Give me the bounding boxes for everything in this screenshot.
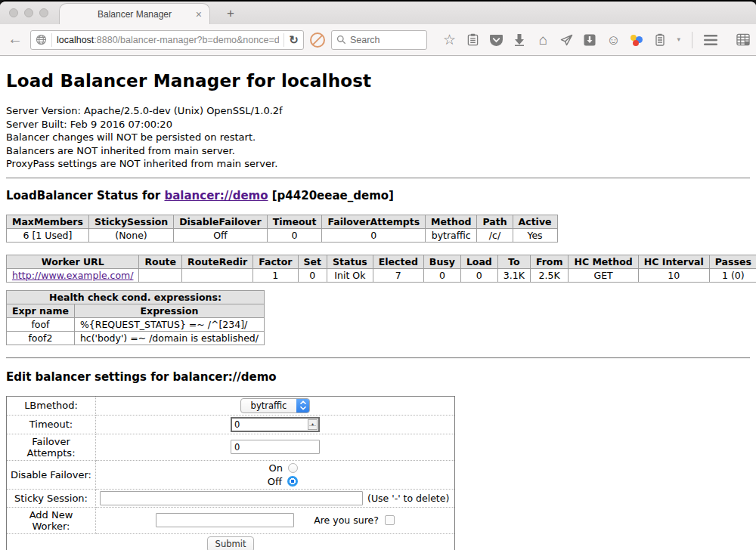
new-tab-button[interactable]: + bbox=[221, 5, 240, 23]
col-timeout: Timeout bbox=[267, 215, 322, 228]
radio-on-label: On bbox=[269, 462, 283, 474]
col-factor: Factor bbox=[253, 255, 298, 268]
send-icon[interactable] bbox=[559, 33, 573, 47]
loadbalancer-status-heading: LoadBalancer Status for balancer://demo … bbox=[6, 189, 750, 202]
tab-title: Balancer Manager bbox=[98, 9, 172, 20]
back-icon[interactable]: ← bbox=[6, 30, 24, 49]
close-window-button[interactable] bbox=[9, 8, 18, 17]
browser-window: Balancer Manager × + ← localhost:8880/ba… bbox=[0, 0, 756, 550]
timeout-label: Timeout: bbox=[7, 415, 96, 434]
balancer-demo-link[interactable]: balancer://demo bbox=[164, 189, 268, 202]
cell-expr-name: foof2 bbox=[7, 331, 75, 345]
search-placeholder: Search bbox=[350, 35, 380, 45]
disable-failover-radio-group: On Off bbox=[253, 462, 298, 487]
server-version-line: Server Version: Apache/2.5.0-dev (Unix) … bbox=[6, 104, 750, 118]
minimize-window-button[interactable] bbox=[24, 8, 33, 17]
sticky-session-note: (Use '-' to delete) bbox=[367, 493, 449, 504]
zoom-window-button[interactable] bbox=[39, 8, 48, 17]
status-suffix: [p4420eeae_demo] bbox=[268, 189, 394, 202]
col-load: Load bbox=[460, 255, 497, 268]
submit-row: Submit bbox=[7, 533, 455, 550]
status-prefix: LoadBalancer Status for bbox=[6, 189, 164, 202]
page-title: Load Balancer Manager for localhost bbox=[6, 56, 750, 91]
table-row: http://www.example.com/ 1 0 Init Ok 7 0 … bbox=[7, 268, 756, 282]
grid-panel-icon[interactable] bbox=[736, 33, 750, 47]
are-you-sure-label: Are you sure? bbox=[314, 514, 379, 526]
clipboard-icon[interactable] bbox=[466, 33, 479, 47]
cell-factor: 1 bbox=[253, 268, 298, 282]
cell-method: bytraffic bbox=[426, 228, 477, 242]
col-to: To bbox=[497, 255, 530, 268]
content-blocked-icon[interactable] bbox=[310, 32, 325, 48]
cell-route bbox=[139, 268, 182, 282]
worker-url-link[interactable]: http://www.example.com/ bbox=[12, 270, 133, 281]
radio-off[interactable] bbox=[287, 476, 298, 487]
cell-active: Yes bbox=[513, 228, 557, 242]
urlbar-divider bbox=[284, 33, 284, 47]
table-title-row: Health check cond. expressions: bbox=[7, 290, 265, 304]
tab-close-icon[interactable]: × bbox=[196, 9, 202, 20]
are-you-sure-checkbox[interactable] bbox=[385, 515, 395, 525]
col-hc-interval: HC Interval bbox=[638, 255, 709, 268]
globe-icon bbox=[36, 34, 47, 45]
url-text[interactable]: localhost:8880/balancer-manager?b=demo&n… bbox=[57, 35, 279, 45]
health-check-table: Health check cond. expressions: Expr nam… bbox=[6, 290, 265, 345]
col-hc-method: HC Method bbox=[569, 255, 638, 268]
table-row: foof %{REQUEST_STATUS} =~ /^[234]/ bbox=[7, 317, 265, 331]
col-elected: Elected bbox=[373, 255, 423, 268]
bookmark-star-icon[interactable]: ☆ bbox=[442, 33, 456, 47]
col-passes: Passes bbox=[709, 255, 756, 268]
col-route: Route bbox=[139, 255, 182, 268]
cell-set: 0 bbox=[298, 268, 327, 282]
add-worker-label: Add New Worker: bbox=[7, 507, 96, 533]
col-set: Set bbox=[298, 255, 327, 268]
navigation-toolbar: ← localhost:8880/balancer-manager?b=demo… bbox=[0, 24, 756, 56]
lbmethod-select[interactable]: bytraffic bbox=[240, 398, 310, 413]
container-extension-icon[interactable] bbox=[653, 33, 667, 47]
pocket-icon[interactable] bbox=[489, 33, 503, 47]
col-routeredir: RouteRedir bbox=[182, 255, 253, 268]
cell-status: Init Ok bbox=[327, 268, 373, 282]
submit-button[interactable]: Submit bbox=[207, 536, 255, 550]
home-icon[interactable]: ⌂ bbox=[536, 33, 550, 47]
timeout-row: Timeout: 0 ▴ bbox=[7, 415, 455, 434]
search-bar[interactable]: Search bbox=[331, 30, 428, 50]
downloads-icon[interactable] bbox=[513, 33, 526, 47]
col-active: Active bbox=[513, 215, 557, 228]
number-spinner-icon[interactable]: ▴ bbox=[308, 419, 318, 430]
smiley-extension-icon[interactable]: ☺ bbox=[606, 33, 620, 47]
table-header-row: Worker URL Route RouteRedir Factor Set S… bbox=[7, 255, 756, 268]
table-row: 6 [1 Used] (None) Off 0 0 bytraffic /c/ … bbox=[7, 228, 558, 242]
colored-dots-extension-icon[interactable] bbox=[630, 33, 643, 47]
select-stepper-icon bbox=[296, 398, 309, 413]
radio-on[interactable] bbox=[288, 463, 298, 473]
cell-hc-interval: 10 bbox=[638, 268, 709, 282]
cell-failoverattempts: 0 bbox=[322, 228, 426, 242]
extension-download-icon[interactable] bbox=[583, 33, 596, 47]
sticky-session-label: Sticky Session: bbox=[7, 489, 96, 507]
worker-table: Worker URL Route RouteRedir Factor Set S… bbox=[6, 255, 756, 283]
balancer-summary-table: MaxMembers StickySession DisableFailover… bbox=[6, 215, 558, 243]
col-method: Method bbox=[426, 215, 477, 228]
hamburger-menu-icon[interactable] bbox=[704, 33, 717, 47]
url-host: localhost bbox=[57, 35, 94, 45]
section-divider bbox=[6, 178, 750, 179]
tab-balancer-manager[interactable]: Balancer Manager × bbox=[59, 3, 210, 24]
cell-expression: %{REQUEST_STATUS} =~ /^[234]/ bbox=[74, 317, 264, 331]
failover-attempts-input[interactable] bbox=[231, 440, 320, 454]
col-status: Status bbox=[327, 255, 373, 268]
cell-disablefailover: Off bbox=[174, 228, 267, 242]
col-worker-url: Worker URL bbox=[7, 255, 139, 268]
cell-busy: 0 bbox=[423, 268, 460, 282]
timeout-input[interactable]: 0 ▴ bbox=[231, 417, 320, 432]
col-from: From bbox=[530, 255, 569, 268]
sticky-session-input[interactable] bbox=[100, 491, 363, 505]
reload-icon[interactable]: ↻ bbox=[289, 33, 299, 47]
disable-failover-label: Disable Failover: bbox=[7, 460, 96, 489]
cell-from: 2.5K bbox=[530, 268, 569, 282]
chevron-down-icon[interactable]: ▾ bbox=[677, 33, 680, 47]
add-worker-input[interactable] bbox=[156, 513, 294, 527]
url-bar[interactable]: localhost:8880/balancer-manager?b=demo&n… bbox=[30, 30, 304, 50]
col-expr-name: Expr name bbox=[7, 304, 75, 317]
health-table-title: Health check cond. expressions: bbox=[7, 290, 265, 304]
